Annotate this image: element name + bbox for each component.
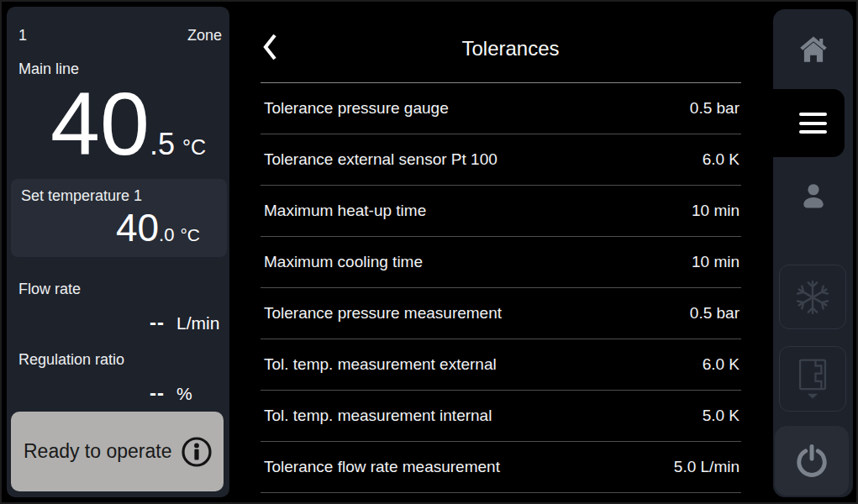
- tolerance-row[interactable]: Maximum heat-up time 10 min: [261, 186, 741, 237]
- tolerance-row-value: 10 min: [692, 253, 741, 271]
- set-temp-unit: °C: [180, 225, 200, 245]
- status-bar[interactable]: Ready to operate: [11, 412, 224, 491]
- tolerance-row-label: Tolerance pressure measurement: [261, 304, 502, 323]
- zone-number: 1: [18, 27, 27, 45]
- flow-rate-unit: L/min: [176, 313, 225, 333]
- regulation-ratio-value: -- %: [7, 381, 225, 405]
- tolerance-row-value: 5.0 K: [703, 407, 741, 425]
- zone-label: Zone: [187, 27, 222, 45]
- menu-icon: [799, 110, 827, 137]
- snowflake-icon: [792, 276, 834, 318]
- sidebar-item-user[interactable]: [773, 160, 853, 234]
- power-icon: [793, 443, 830, 480]
- main-temp-decimal: .5: [150, 127, 175, 162]
- sidebar-item-cooling[interactable]: [779, 265, 846, 329]
- tolerance-row-label: Maximum heat-up time: [261, 202, 426, 220]
- main-temp-unit: °C: [182, 135, 206, 160]
- tolerance-row-value: 0.5 bar: [690, 304, 741, 323]
- sidebar-item-menu[interactable]: [773, 89, 853, 157]
- user-icon: [798, 181, 829, 213]
- tolerance-row-value: 5.0 L/min: [674, 458, 741, 476]
- tolerance-row[interactable]: Tolerance external sensor Pt 100 6.0 K: [261, 134, 741, 186]
- home-icon: [797, 34, 829, 65]
- tolerance-row-label: Tolerance flow rate measurement: [261, 458, 500, 476]
- zone-header: 1 Zone: [18, 27, 222, 45]
- main-temp-integer: 40: [50, 79, 150, 168]
- regulation-ratio-label: Regulation ratio: [18, 351, 124, 369]
- tolerance-row-label: Maximum cooling time: [261, 253, 423, 271]
- set-temp-decimal: .0: [159, 224, 174, 246]
- flow-rate-label: Flow rate: [18, 281, 81, 298]
- flow-rate-reading: --: [150, 311, 165, 334]
- tolerance-row-value: 10 min: [692, 202, 741, 220]
- page-title: Tolerances: [261, 37, 761, 60]
- set-temperature-value: 40 .0 °C: [116, 208, 200, 247]
- flow-rate-value: -- L/min: [7, 311, 225, 334]
- tolerance-row-label: Tolerance external sensor Pt 100: [261, 150, 497, 169]
- set-temperature-label: Set temperature 1: [21, 187, 142, 205]
- tolerance-row[interactable]: Tol. temp. measurement external 6.0 K: [261, 339, 741, 391]
- tolerance-row[interactable]: Tolerance pressure measurement 0.5 bar: [261, 288, 741, 339]
- mold-icon: [793, 357, 832, 401]
- tolerance-row[interactable]: Tol. temp. measurement internal 5.0 K: [261, 391, 741, 442]
- main-line-temperature: 40 .5 °C: [7, 79, 229, 168]
- tolerance-row-value: 0.5 bar: [690, 99, 741, 118]
- status-text: Ready to operate: [24, 440, 171, 463]
- tolerance-row-label: Tolerance pressure gauge: [261, 99, 449, 118]
- set-temperature-card[interactable]: Set temperature 1 40 .0 °C: [11, 179, 227, 257]
- tolerance-row[interactable]: Tolerance flow rate measurement 5.0 L/mi…: [261, 442, 741, 493]
- regulation-ratio-unit: %: [176, 384, 225, 404]
- tolerance-row-label: Tol. temp. measurement internal: [261, 407, 492, 425]
- tolerance-row[interactable]: Maximum cooling time 10 min: [261, 237, 741, 288]
- sidebar-item-home[interactable]: [773, 9, 853, 89]
- set-temp-integer: 40: [116, 208, 159, 247]
- sidebar-item-mold[interactable]: [779, 346, 846, 412]
- zone-panel: 1 Zone Main line 40 .5 °C Set temperatur…: [7, 7, 229, 497]
- tolerance-row-value: 6.0 K: [703, 355, 741, 374]
- tolerance-row-label: Tol. temp. measurement external: [261, 355, 497, 374]
- regulation-ratio-reading: --: [150, 381, 165, 405]
- tolerance-row[interactable]: Tolerance pressure gauge 0.5 bar: [261, 83, 741, 134]
- tolerance-row-value: 6.0 K: [703, 150, 741, 169]
- tolerance-list: Tolerance pressure gauge 0.5 bar Toleran…: [261, 83, 741, 493]
- info-icon[interactable]: [181, 436, 213, 468]
- sidebar-item-power[interactable]: [775, 426, 849, 496]
